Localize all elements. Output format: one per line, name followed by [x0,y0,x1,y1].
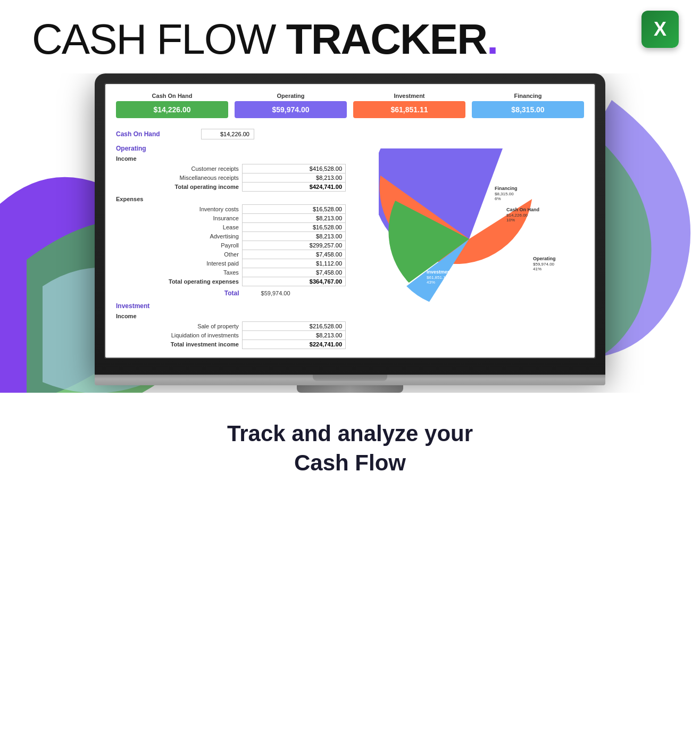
card-label-financing: Financing [472,93,584,99]
laptop-stand [297,385,403,393]
footer-section: Track and analyze your Cash Flow [0,393,700,499]
table-row: Insurance $8,213.00 [116,214,346,223]
operating-income-header: Income [116,155,346,162]
card-value-cash: $14,226.00 [116,101,228,118]
table-row: Interest paid $1,112.00 [116,259,346,268]
total-label: Total investment income [116,340,242,349]
table-row: Liquidation of investments $8,213.00 [116,331,346,340]
page-title: CASH FLOW TRACKER. [32,16,668,63]
row-value: $299,257.00 [242,241,345,250]
operating-total-value: $59,974.00 [243,290,290,296]
table-row: Inventory costs $16,528.00 [116,205,346,214]
operating-expenses-table: Inventory costs $16,528.00 Insurance $8,… [116,204,346,286]
laptop-base [95,375,605,385]
svg-text:$8,315.00: $8,315.00 [495,192,514,196]
decorative-laptop-section: Cash On Hand $14,226.00 Operating $59,97… [0,73,700,393]
row-value: $16,528.00 [242,223,345,232]
svg-text:$59,974.00: $59,974.00 [533,262,555,267]
header-section: X CASH FLOW TRACKER. [0,0,700,73]
operating-section-header: Operating [116,145,346,152]
data-column: Cash On Hand $14,226.00 Operating Income… [116,129,346,349]
row-label: Insurance [116,214,242,223]
row-label: Taxes [116,268,242,277]
row-label: Sale of property [116,322,242,331]
row-value: $8,213.00 [242,214,345,223]
laptop-frame: Cash On Hand $14,226.00 Operating $59,97… [95,73,605,393]
card-cash-on-hand: Cash On Hand $14,226.00 [116,93,228,118]
row-value: $416,528.00 [242,164,345,173]
page-wrapper: X CASH FLOW TRACKER. [0,0,700,499]
table-row: Payroll $299,257.00 [116,241,346,250]
card-value-investment: $61,851.11 [353,101,465,118]
total-label: Total operating income [116,183,242,192]
card-label-cash: Cash On Hand [116,93,228,99]
table-row: Sale of property $216,528.00 [116,322,346,331]
card-value-financing: $8,315.00 [472,101,584,118]
row-label: Miscellaneous receipts [116,173,242,183]
row-value: $216,528.00 [242,322,345,331]
svg-text:41%: 41% [533,267,541,271]
table-row: Lease $16,528.00 [116,223,346,232]
card-operating: Operating $59,974.00 [235,93,347,118]
summary-cards-row: Cash On Hand $14,226.00 Operating $59,97… [116,93,584,118]
row-value: $7,458.00 [242,250,345,259]
cash-on-hand-row: Cash On Hand $14,226.00 [116,129,346,139]
svg-text:6%: 6% [495,196,501,201]
row-label: Interest paid [116,259,242,268]
operating-total-label: Total [116,289,243,297]
investment-income-header: Income [116,313,346,319]
row-value: $7,458.00 [242,268,345,277]
total-value: $424,741.00 [242,183,345,192]
card-label-investment: Investment [353,93,465,99]
operating-total-line: Total $59,974.00 [116,289,346,297]
table-row: Taxes $7,458.00 [116,268,346,277]
card-label-operating: Operating [235,93,347,99]
chart-label-operating: Operating [533,256,556,261]
chart-column: Operating $59,974.00 41% Investment $61,… [354,129,584,349]
pie-chart: Operating $59,974.00 41% Investment $61,… [379,148,560,329]
total-value: $224,741.00 [242,340,345,349]
excel-icon: X [641,11,679,48]
row-label: Advertising [116,232,242,241]
svg-text:$14,226.00: $14,226.00 [506,213,528,218]
main-two-col: Cash On Hand $14,226.00 Operating Income… [116,129,584,349]
cash-on-hand-value: $14,226.00 [201,129,254,139]
svg-text:10%: 10% [506,218,515,222]
table-row: Advertising $8,213.00 [116,232,346,241]
row-value: $8,213.00 [242,232,345,241]
row-label: Inventory costs [116,205,242,214]
table-row: Miscellaneous receipts $8,213.00 [116,173,346,183]
table-row: Customer receipts $416,528.00 [116,164,346,173]
footer-text: Track and analyze your Cash Flow [11,419,689,477]
row-value: $1,112.00 [242,259,345,268]
card-financing: Financing $8,315.00 [472,93,584,118]
row-label: Other [116,250,242,259]
laptop-screen: Cash On Hand $14,226.00 Operating $59,97… [104,83,596,359]
operating-income-table: Customer receipts $416,528.00 Miscellane… [116,164,346,192]
table-row-total: Total operating expenses $364,767.00 [116,277,346,286]
investment-income-table: Sale of property $216,528.00 Liquidation… [116,321,346,349]
row-value: $16,528.00 [242,205,345,214]
card-investment: Investment $61,851.11 [353,93,465,118]
row-label: Liquidation of investments [116,331,242,340]
table-row: Other $7,458.00 [116,250,346,259]
investment-section-header: Investment [116,302,346,310]
chart-label-financing: Financing [495,186,518,191]
operating-expenses-header: Expenses [116,196,346,202]
row-value: $8,213.00 [242,173,345,183]
table-row-total: Total operating income $424,741.00 [116,183,346,192]
row-label: Lease [116,223,242,232]
laptop-screen-frame: Cash On Hand $14,226.00 Operating $59,97… [95,73,605,375]
row-value: $8,213.00 [242,331,345,340]
chart-label-cash: Cash On Hand [506,207,539,212]
svg-text:43%: 43% [427,280,435,285]
spreadsheet-content: Cash On Hand $14,226.00 Operating $59,97… [105,84,595,358]
row-label: Customer receipts [116,164,242,173]
total-value: $364,767.00 [242,277,345,286]
chart-label-investment: Investment [427,269,452,275]
row-label: Payroll [116,241,242,250]
total-label: Total operating expenses [116,277,242,286]
table-row-total: Total investment income $224,741.00 [116,340,346,349]
card-value-operating: $59,974.00 [235,101,347,118]
svg-text:$61,851.11: $61,851.11 [427,275,448,280]
